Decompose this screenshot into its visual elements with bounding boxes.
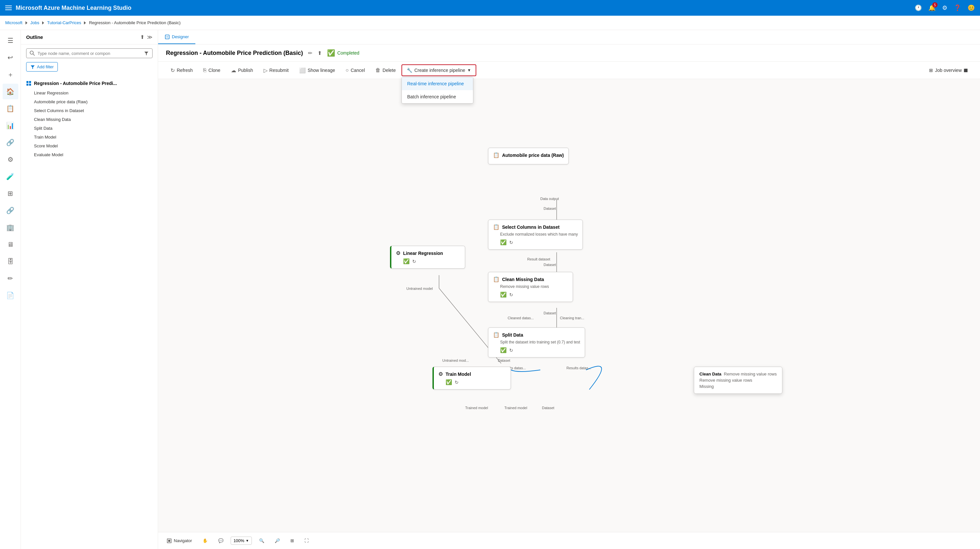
canvas-tab-designer[interactable]: Designer — [158, 30, 195, 44]
batch-inference-item[interactable]: Batch inference pipeline — [402, 90, 473, 103]
clock-icon[interactable]: 🕐 — [915, 4, 922, 11]
sidebar-lab-icon[interactable]: 🧪 — [3, 169, 18, 184]
breadcrumb-chevron-3 — [84, 21, 86, 25]
outline-tree: Regression - Automobile Price Predi... L… — [21, 75, 158, 549]
comment-button[interactable]: 💬 — [215, 536, 227, 545]
pipeline-canvas[interactable]: 📋 Automobile price data (Raw) Data outpu… — [158, 79, 980, 532]
user-icon[interactable]: 😊 — [967, 4, 975, 11]
node-clean-missing[interactable]: 📋 Clean Missing Data Remove missing valu… — [488, 272, 573, 302]
sidebar-link-icon[interactable]: 🔗 — [3, 203, 18, 218]
edit-title-icon[interactable]: ✏ — [308, 50, 312, 56]
sidebar-plus-icon[interactable]: ＋ — [3, 67, 18, 82]
node-split-data[interactable]: 📋 Split Data Split the dataset into trai… — [488, 328, 585, 358]
node-select-icon: 📋 — [493, 224, 500, 230]
sidebar-chart-icon[interactable]: 📊 — [3, 118, 18, 133]
node-train-icon: ⚙ — [438, 371, 443, 377]
refresh-icon: ↻ — [170, 67, 175, 73]
label-results-datas-2: Results datas... — [566, 366, 591, 370]
canvas-tabs: Designer — [158, 30, 980, 45]
zoom-out-icon: 🔎 — [275, 538, 280, 543]
tooltip-detail: Missing — [699, 384, 777, 389]
bell-icon[interactable]: 🔔 5 — [928, 4, 935, 11]
expand-icon: ⬛ — [964, 68, 967, 72]
main-layout: ☰ ↩ ＋ 🏠 📋 📊 🔗 ⚙ 🧪 ⊞ 🔗 🏢 🖥 🗄 ✏ 📄 Outline … — [0, 30, 980, 549]
breadcrumb-tutorial[interactable]: Tutorial-CarPrices — [47, 20, 81, 25]
label-dataset-3: Dataset — [544, 311, 556, 315]
resubmit-label: Resubmit — [269, 68, 289, 73]
node-linear-refresh-icon[interactable]: ↻ — [412, 259, 416, 264]
fit-screen-button[interactable]: ⊞ — [287, 536, 297, 545]
job-overview-button[interactable]: ⊞ Job overview ⬛ — [924, 65, 972, 75]
sidebar-home-icon[interactable]: ☰ — [3, 33, 18, 48]
settings-icon[interactable]: ⚙ — [942, 4, 947, 11]
share-icon[interactable]: ⬆ — [318, 50, 322, 56]
create-inference-button[interactable]: 🔧 Create inference pipeline ▼ — [401, 64, 476, 76]
refresh-button[interactable]: ↻ Refresh — [166, 65, 197, 76]
menu-icon[interactable] — [5, 5, 12, 11]
sidebar-dashboard-icon[interactable]: 🏠 — [3, 84, 18, 99]
cancel-button[interactable]: ○ Cancel — [341, 65, 369, 76]
node-automobile-data[interactable]: 📋 Automobile price data (Raw) — [488, 148, 569, 164]
outline-collapse-icon[interactable]: ≫ — [147, 34, 153, 40]
fit-icon: ⊞ — [290, 538, 294, 543]
node-linear-icon: ⚙ — [396, 250, 401, 256]
resubmit-button[interactable]: ▷ Resubmit — [259, 65, 293, 76]
breadcrumb-jobs[interactable]: Jobs — [30, 20, 39, 25]
sidebar-gear-icon[interactable]: ⚙ — [3, 152, 18, 167]
sidebar-network-icon[interactable]: 🔗 — [3, 135, 18, 150]
node-clean-refresh-icon[interactable]: ↻ — [509, 292, 513, 298]
node-linear-header: ⚙ Linear Regression — [396, 250, 460, 256]
sidebar-table-icon[interactable]: 📋 — [3, 101, 18, 116]
navigator-button[interactable]: Navigator — [163, 536, 195, 546]
create-inference-label: Create inference pipeline — [414, 68, 465, 73]
help-icon[interactable]: ❓ — [954, 4, 961, 11]
tree-item-linear-regression[interactable]: Linear Regression — [21, 89, 158, 97]
node-linear-regression[interactable]: ⚙ Linear Regression ✅ ↻ — [390, 246, 465, 269]
node-train-refresh-icon[interactable]: ↻ — [455, 380, 459, 385]
node-split-refresh-icon[interactable]: ↻ — [509, 348, 513, 353]
node-linear-status: ✅ ↻ — [396, 258, 460, 264]
fullscreen-button[interactable]: ⛶ — [301, 536, 312, 545]
publish-button[interactable]: ☁ Publish — [226, 65, 258, 76]
delete-button[interactable]: 🗑 Delete — [371, 65, 400, 76]
realtime-inference-item[interactable]: Real-time inference pipeline — [402, 77, 473, 90]
sidebar-db-icon[interactable]: 🗄 — [3, 254, 18, 269]
hand-tool-button[interactable]: ✋ — [199, 536, 211, 545]
breadcrumb-chevron-2 — [42, 21, 45, 25]
sidebar-building-icon[interactable]: 🏢 — [3, 220, 18, 235]
node-select-columns[interactable]: 📋 Select Columns in Dataset Exclude norm… — [488, 220, 583, 250]
tree-item-evaluate-model[interactable]: Evaluate Model — [21, 150, 158, 159]
svg-rect-8 — [29, 81, 31, 83]
zoom-in-button[interactable]: 🔍 — [256, 536, 267, 545]
tree-root-node[interactable]: Regression - Automobile Price Predi... — [21, 78, 158, 89]
breadcrumb-microsoft[interactable]: Microsoft — [5, 20, 22, 25]
publish-label: Publish — [238, 68, 253, 73]
node-train-model[interactable]: ⚙ Train Model ✅ ↻ — [433, 367, 511, 390]
node-automobile-title: Automobile price data (Raw) — [502, 153, 564, 158]
zoom-display[interactable]: 100% ▼ — [231, 536, 252, 545]
tree-item-score-model[interactable]: Score Model — [21, 142, 158, 150]
sidebar-pen-icon[interactable]: ✏ — [3, 271, 18, 286]
sidebar-doc-icon[interactable]: 📄 — [3, 288, 18, 303]
outline-header: Outline ⬆ ≫ — [21, 30, 158, 45]
sidebar-grid-icon[interactable]: ⊞ — [3, 186, 18, 201]
outline-share-icon[interactable]: ⬆ — [140, 34, 145, 40]
add-filter-button[interactable]: Add filter — [26, 62, 58, 72]
zoom-out-button[interactable]: 🔎 — [272, 536, 283, 545]
show-lineage-button[interactable]: ⬜ Show lineage — [295, 65, 340, 76]
filter-icon[interactable] — [144, 51, 149, 56]
sidebar-monitor-icon[interactable]: 🖥 — [3, 237, 18, 252]
node-clean-subtitle: Remove missing value rows — [493, 284, 568, 289]
sidebar-back-icon[interactable]: ↩ — [3, 50, 18, 65]
tree-item-automobile-data[interactable]: Automobile price data (Raw) — [21, 97, 158, 106]
tree-item-train-model[interactable]: Train Model — [21, 133, 158, 142]
tree-item-split-data[interactable]: Split Data — [21, 124, 158, 133]
search-input[interactable] — [38, 51, 141, 56]
svg-rect-0 — [5, 6, 12, 6]
pipeline-title: Regression - Automobile Price Prediction… — [166, 50, 303, 57]
tree-item-select-columns[interactable]: Select Columns in Dataset — [21, 106, 158, 115]
node-select-refresh-icon[interactable]: ↻ — [509, 240, 513, 245]
job-overview-icon: ⊞ — [929, 68, 933, 73]
tree-item-clean-missing[interactable]: Clean Missing Data — [21, 115, 158, 124]
clone-button[interactable]: ⎘ Clone — [199, 65, 225, 76]
